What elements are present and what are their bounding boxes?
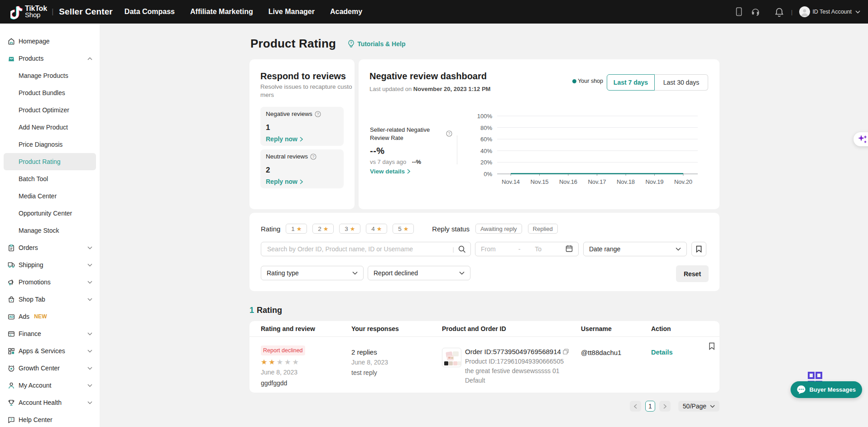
svg-text:Nov.15: Nov.15 xyxy=(530,178,548,185)
svg-text:Nov.17: Nov.17 xyxy=(588,178,606,185)
svg-text:AD: AD xyxy=(9,315,14,318)
svg-text:80%: 80% xyxy=(480,125,492,131)
svg-text:Nov.20: Nov.20 xyxy=(674,178,692,185)
svg-text:?: ? xyxy=(448,131,450,136)
svg-text:40%: 40% xyxy=(480,148,492,154)
svg-text:?: ? xyxy=(10,417,13,422)
svg-text:Nov.14: Nov.14 xyxy=(502,178,520,185)
svg-text:Nov.18: Nov.18 xyxy=(617,178,635,185)
svg-text:0%: 0% xyxy=(484,171,492,178)
svg-text:?: ? xyxy=(350,41,352,45)
svg-text:20%: 20% xyxy=(480,159,492,166)
svg-text:?: ? xyxy=(312,154,315,159)
svg-text:Nov.19: Nov.19 xyxy=(645,178,663,185)
svg-text:100%: 100% xyxy=(477,113,493,120)
svg-text:?: ? xyxy=(317,112,319,116)
svg-text:Nov.16: Nov.16 xyxy=(559,178,577,185)
svg-text:60%: 60% xyxy=(480,136,492,143)
